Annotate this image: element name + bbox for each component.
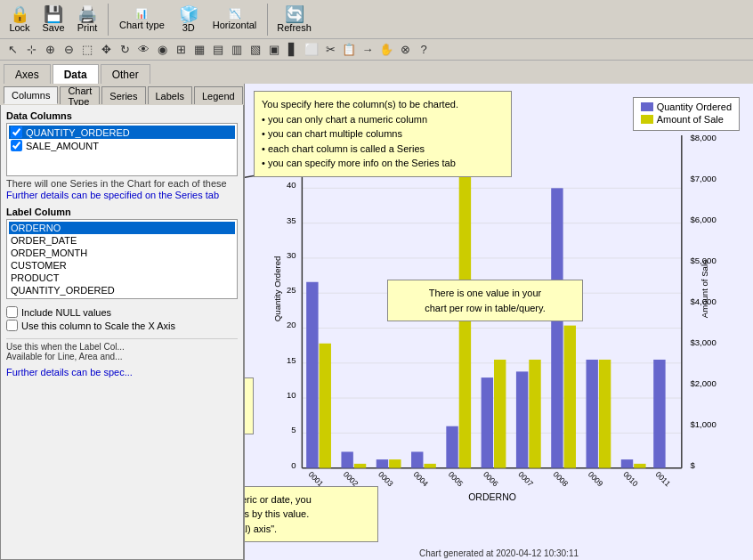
- bar-icon[interactable]: ▋: [284, 41, 302, 59]
- svg-rect-39: [389, 459, 401, 468]
- label-item-orderno[interactable]: ORDERNO: [9, 222, 235, 234]
- svg-text:10: 10: [287, 390, 296, 400]
- svg-rect-42: [424, 464, 435, 468]
- separator-1: [108, 4, 109, 36]
- svg-text:$8,000: $8,000: [690, 133, 716, 142]
- lock-label: Lock: [9, 22, 29, 33]
- svg-text:Quantity Ordered: Quantity Ordered: [272, 256, 282, 321]
- label-item-qtyordered[interactable]: QUANTITY_ORDERED: [9, 284, 235, 296]
- chart-panel: Quantity Ordered Amount of Sale 0 5 10 1…: [245, 84, 753, 560]
- svg-text:20: 20: [287, 321, 296, 330]
- svg-rect-56: [587, 360, 598, 468]
- refresh-label: Refresh: [277, 22, 312, 33]
- refresh-icon: 🔄: [285, 6, 304, 22]
- svg-text:0011: 0011: [654, 470, 673, 489]
- svg-text:$2,000: $2,000: [690, 378, 716, 388]
- svg-text:15: 15: [287, 355, 296, 365]
- save-button[interactable]: 💾 Save: [37, 2, 69, 37]
- scissors-icon[interactable]: ✂: [321, 41, 339, 59]
- svg-text:40: 40: [287, 180, 296, 190]
- include-null-checkbox[interactable]: [6, 306, 18, 318]
- sale-checkbox[interactable]: [11, 140, 22, 151]
- svg-rect-38: [376, 459, 388, 468]
- chart1-icon[interactable]: ▦: [190, 41, 208, 59]
- label-item-customer[interactable]: CUSTOMER: [9, 259, 235, 272]
- include-null-label: Include NULL values: [21, 307, 111, 318]
- svg-text:0005: 0005: [447, 470, 466, 489]
- zoom-in-icon[interactable]: ⊕: [41, 41, 59, 59]
- label-item-ordermonth[interactable]: ORDER_MONTH: [9, 247, 235, 259]
- tooltip4-text: If your Label Column is numeric or date,…: [245, 494, 312, 534]
- tooltip-data-columns: You specify here the column(s) to be cha…: [254, 91, 512, 177]
- threed-icon: 🧊: [179, 6, 198, 22]
- tab-data[interactable]: Data: [53, 64, 99, 84]
- main-area: Columns Chart Type Series Labels Legend …: [0, 84, 753, 560]
- svg-text:0006: 0006: [482, 470, 500, 489]
- lock-button[interactable]: 🔒 Lock: [4, 2, 36, 37]
- chart2-icon[interactable]: ▤: [209, 41, 227, 59]
- print-button[interactable]: 🖨️ Print: [71, 2, 103, 37]
- pan-icon[interactable]: ✥: [97, 41, 115, 59]
- tab-axes[interactable]: Axes: [4, 64, 51, 84]
- charttype-button[interactable]: 📊 Chart type: [113, 2, 171, 37]
- label-column-list[interactable]: ORDERNO ORDER_DATE ORDER_MONTH CUSTOMER …: [6, 219, 238, 299]
- select-icon[interactable]: ⊹: [22, 41, 40, 59]
- label-column-title: Label Column: [6, 207, 238, 217]
- tooltip-label-column: You specify here how the values in the c…: [245, 377, 254, 434]
- qty-label: QUANTITY_ORDERED: [26, 127, 130, 138]
- horizontal-button[interactable]: 📉 Horizontal: [206, 2, 263, 37]
- paste-icon[interactable]: 📋: [340, 41, 358, 59]
- svg-text:0007: 0007: [516, 470, 535, 489]
- copy-icon[interactable]: ⬜: [303, 41, 320, 59]
- scale-x-checkbox[interactable]: [6, 320, 18, 331]
- help-icon[interactable]: ?: [415, 41, 433, 59]
- chart5-icon[interactable]: ▣: [265, 41, 283, 59]
- tooltip-scale: If your Label Column is numeric or date,…: [245, 486, 378, 543]
- svg-rect-48: [494, 360, 506, 468]
- print-icon: 🖨️: [77, 6, 97, 22]
- bottom-info-text: Use this when the Label Col...Available …: [6, 342, 125, 361]
- horizontal-label: Horizontal: [213, 20, 257, 30]
- checkboxes-section: Include NULL values Use this column to S…: [6, 304, 238, 331]
- svg-rect-47: [482, 377, 493, 468]
- rotate-icon[interactable]: ↻: [116, 41, 134, 59]
- sub-tab-labels[interactable]: Labels: [148, 86, 192, 104]
- qty-checkbox[interactable]: [11, 126, 22, 138]
- list-item-qty[interactable]: QUANTITY_ORDERED: [9, 126, 235, 139]
- tab-other[interactable]: Other: [101, 64, 150, 84]
- eye2-icon[interactable]: ◉: [153, 41, 171, 59]
- move-icon[interactable]: ⊗: [396, 41, 414, 59]
- chart3-icon[interactable]: ▥: [228, 41, 246, 59]
- data-columns-list[interactable]: QUANTITY_ORDERED SALE_AMOUNT: [6, 123, 238, 176]
- data-columns-link[interactable]: Further details can be specified on the …: [6, 190, 219, 200]
- svg-text:0004: 0004: [411, 470, 430, 489]
- zoom-region-icon[interactable]: ⬚: [78, 41, 96, 59]
- cursor-icon[interactable]: ↖: [4, 41, 21, 59]
- grid-icon[interactable]: ⊞: [172, 41, 190, 59]
- eye-icon[interactable]: 👁: [134, 41, 152, 59]
- data-columns-section: Data Columns QUANTITY_ORDERED SALE_AMOUN…: [6, 110, 238, 201]
- list-item-sale[interactable]: SALE_AMOUNT: [9, 139, 235, 152]
- sub-tab-series[interactable]: Series: [101, 86, 145, 104]
- data-columns-info: There will one Series in the Chart for e…: [6, 178, 238, 189]
- threed-button[interactable]: 🧊 3D: [173, 2, 205, 37]
- chart4-icon[interactable]: ▧: [247, 41, 264, 59]
- lock-icon: 🔒: [10, 6, 29, 22]
- hand-icon[interactable]: ✋: [377, 41, 395, 59]
- threed-label: 3D: [182, 22, 195, 33]
- sub-tab-charttype[interactable]: Chart Type: [60, 86, 100, 104]
- tooltip-one-value: There is one value in yourchart per row …: [387, 280, 583, 321]
- sub-tab-legend[interactable]: Legend: [194, 86, 243, 104]
- label-item-orderdate[interactable]: ORDER_DATE: [9, 234, 235, 247]
- chart-footer: Chart generated at 2020-04-12 10:30:11: [245, 548, 753, 558]
- label-item-product[interactable]: PRODUCT: [9, 272, 235, 284]
- print-label: Print: [77, 22, 98, 33]
- sub-tab-columns[interactable]: Columns: [4, 86, 58, 104]
- arrow-icon[interactable]: →: [359, 41, 376, 59]
- refresh-button[interactable]: 🔄 Refresh: [272, 2, 316, 37]
- svg-text:25: 25: [287, 285, 296, 295]
- charttype-icon: 📊: [135, 8, 148, 20]
- zoom-out-icon[interactable]: ⊖: [60, 41, 77, 59]
- bottom-link[interactable]: Further details can be spec...: [6, 367, 238, 377]
- tooltip1-text: You specify here the column(s) to be cha…: [262, 99, 458, 168]
